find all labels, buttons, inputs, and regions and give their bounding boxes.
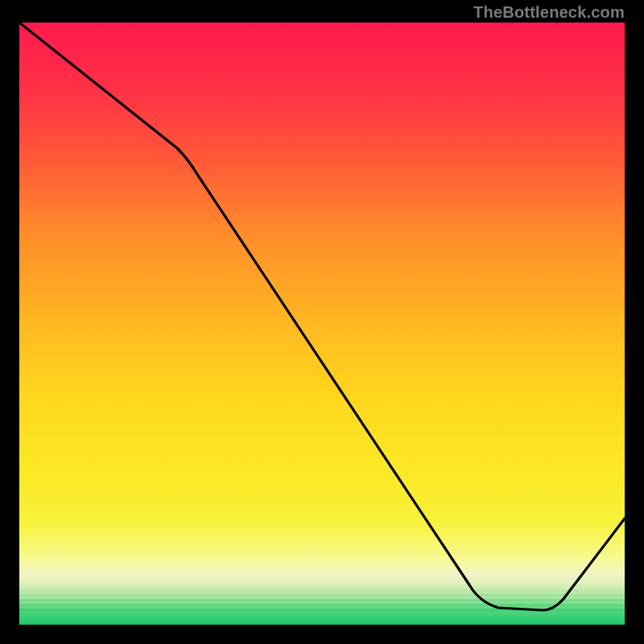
plot-area [19, 23, 625, 625]
chart-container: TheBottleneck.com [0, 0, 644, 644]
chart-svg [19, 23, 625, 625]
svg-rect-2 [19, 589, 625, 592]
svg-rect-3 [19, 594, 625, 597]
svg-rect-0 [19, 580, 625, 582]
svg-rect-5 [19, 604, 625, 606]
svg-rect-4 [19, 599, 625, 601]
watermark-text: TheBottleneck.com [473, 3, 625, 22]
svg-rect-1 [19, 584, 625, 587]
gradient-background [19, 23, 625, 625]
